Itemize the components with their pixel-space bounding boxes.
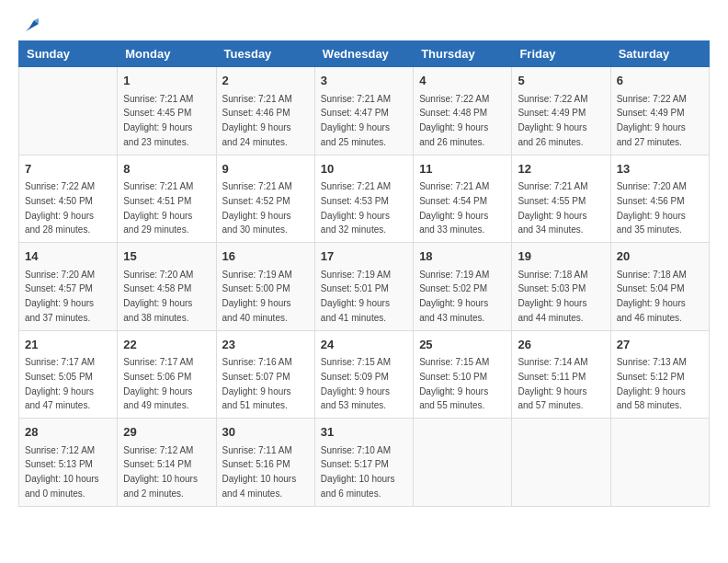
- day-info: Sunrise: 7:17 AM Sunset: 5:05 PM Dayligh…: [25, 357, 95, 410]
- day-number: 22: [123, 336, 210, 354]
- day-cell: 6Sunrise: 7:22 AM Sunset: 4:49 PM Daylig…: [610, 67, 709, 155]
- day-cell: 31Sunrise: 7:10 AM Sunset: 5:17 PM Dayli…: [314, 419, 413, 507]
- day-info: Sunrise: 7:21 AM Sunset: 4:47 PM Dayligh…: [321, 94, 391, 147]
- day-info: Sunrise: 7:18 AM Sunset: 5:04 PM Dayligh…: [617, 270, 687, 323]
- day-number: 26: [518, 336, 604, 354]
- day-cell: 2Sunrise: 7:21 AM Sunset: 4:46 PM Daylig…: [216, 67, 314, 155]
- day-cell: 3Sunrise: 7:21 AM Sunset: 4:47 PM Daylig…: [314, 67, 413, 155]
- day-cell: 19Sunrise: 7:18 AM Sunset: 5:03 PM Dayli…: [512, 243, 610, 331]
- day-number: 27: [617, 336, 703, 354]
- day-number: 13: [617, 160, 703, 178]
- day-cell: 27Sunrise: 7:13 AM Sunset: 5:12 PM Dayli…: [610, 330, 709, 419]
- header-cell-wednesday: Wednesday: [314, 41, 413, 67]
- header-cell-saturday: Saturday: [610, 41, 709, 67]
- logo-icon: [22, 15, 42, 35]
- day-info: Sunrise: 7:15 AM Sunset: 5:09 PM Dayligh…: [321, 357, 391, 410]
- day-info: Sunrise: 7:17 AM Sunset: 5:06 PM Dayligh…: [123, 357, 193, 410]
- week-row-4: 21Sunrise: 7:17 AM Sunset: 5:05 PM Dayli…: [19, 330, 710, 419]
- day-cell: 23Sunrise: 7:16 AM Sunset: 5:07 PM Dayli…: [216, 330, 314, 419]
- day-number: 9: [222, 160, 309, 178]
- day-cell: 5Sunrise: 7:22 AM Sunset: 4:49 PM Daylig…: [512, 67, 610, 155]
- header-row: SundayMondayTuesdayWednesdayThursdayFrid…: [19, 41, 710, 67]
- day-cell: 16Sunrise: 7:19 AM Sunset: 5:00 PM Dayli…: [216, 243, 314, 331]
- day-cell: 17Sunrise: 7:19 AM Sunset: 5:01 PM Dayli…: [314, 243, 413, 331]
- day-number: 21: [25, 336, 111, 354]
- day-number: 4: [419, 72, 506, 90]
- day-cell: 14Sunrise: 7:20 AM Sunset: 4:57 PM Dayli…: [19, 243, 118, 331]
- day-cell: 7Sunrise: 7:22 AM Sunset: 4:50 PM Daylig…: [19, 155, 118, 243]
- day-number: 3: [321, 72, 407, 90]
- day-number: 14: [25, 247, 111, 266]
- day-info: Sunrise: 7:22 AM Sunset: 4:48 PM Dayligh…: [419, 94, 489, 147]
- header-cell-tuesday: Tuesday: [216, 41, 314, 67]
- day-number: 28: [25, 423, 111, 442]
- day-info: Sunrise: 7:22 AM Sunset: 4:50 PM Dayligh…: [25, 181, 95, 235]
- day-info: Sunrise: 7:22 AM Sunset: 4:49 PM Dayligh…: [617, 94, 687, 147]
- day-number: 18: [419, 247, 506, 266]
- day-number: 7: [25, 160, 111, 178]
- header-cell-friday: Friday: [512, 41, 610, 67]
- day-cell: 29Sunrise: 7:12 AM Sunset: 5:14 PM Dayli…: [118, 419, 216, 507]
- page-header: [18, 18, 710, 31]
- day-number: 1: [123, 72, 210, 90]
- day-number: 19: [518, 247, 604, 266]
- day-cell: 25Sunrise: 7:15 AM Sunset: 5:10 PM Dayli…: [414, 330, 512, 419]
- day-cell: [19, 67, 118, 155]
- day-info: Sunrise: 7:19 AM Sunset: 5:02 PM Dayligh…: [419, 270, 489, 323]
- day-info: Sunrise: 7:10 AM Sunset: 5:17 PM Dayligh…: [321, 445, 395, 499]
- day-info: Sunrise: 7:19 AM Sunset: 5:00 PM Dayligh…: [222, 270, 292, 323]
- day-cell: 9Sunrise: 7:21 AM Sunset: 4:52 PM Daylig…: [216, 155, 314, 243]
- day-info: Sunrise: 7:22 AM Sunset: 4:49 PM Dayligh…: [518, 94, 587, 147]
- day-cell: 24Sunrise: 7:15 AM Sunset: 5:09 PM Dayli…: [314, 330, 413, 419]
- week-row-3: 14Sunrise: 7:20 AM Sunset: 4:57 PM Dayli…: [19, 243, 710, 331]
- day-cell: 26Sunrise: 7:14 AM Sunset: 5:11 PM Dayli…: [512, 330, 610, 419]
- day-info: Sunrise: 7:14 AM Sunset: 5:11 PM Dayligh…: [518, 357, 587, 410]
- day-cell: 1Sunrise: 7:21 AM Sunset: 4:45 PM Daylig…: [118, 67, 216, 155]
- day-number: 5: [518, 72, 604, 90]
- day-info: Sunrise: 7:21 AM Sunset: 4:46 PM Dayligh…: [222, 94, 292, 147]
- day-info: Sunrise: 7:15 AM Sunset: 5:10 PM Dayligh…: [419, 357, 489, 410]
- day-number: 29: [123, 423, 210, 442]
- day-info: Sunrise: 7:12 AM Sunset: 5:13 PM Dayligh…: [25, 445, 99, 499]
- day-info: Sunrise: 7:21 AM Sunset: 4:53 PM Dayligh…: [321, 181, 391, 235]
- day-number: 20: [617, 247, 703, 266]
- day-info: Sunrise: 7:19 AM Sunset: 5:01 PM Dayligh…: [321, 270, 391, 323]
- day-info: Sunrise: 7:11 AM Sunset: 5:16 PM Dayligh…: [222, 445, 297, 499]
- day-info: Sunrise: 7:20 AM Sunset: 4:57 PM Dayligh…: [25, 270, 95, 323]
- day-number: 25: [419, 336, 506, 354]
- day-number: 6: [617, 72, 703, 90]
- day-number: 12: [518, 160, 604, 178]
- day-number: 8: [123, 160, 210, 178]
- day-cell: 18Sunrise: 7:19 AM Sunset: 5:02 PM Dayli…: [414, 243, 512, 331]
- header-cell-sunday: Sunday: [19, 41, 118, 67]
- day-cell: 11Sunrise: 7:21 AM Sunset: 4:54 PM Dayli…: [414, 155, 512, 243]
- day-info: Sunrise: 7:13 AM Sunset: 5:12 PM Dayligh…: [617, 357, 687, 410]
- day-info: Sunrise: 7:21 AM Sunset: 4:45 PM Dayligh…: [123, 94, 193, 147]
- day-info: Sunrise: 7:21 AM Sunset: 4:52 PM Dayligh…: [222, 181, 292, 235]
- day-cell: 22Sunrise: 7:17 AM Sunset: 5:06 PM Dayli…: [118, 330, 216, 419]
- day-number: 16: [222, 247, 309, 266]
- day-cell: 20Sunrise: 7:18 AM Sunset: 5:04 PM Dayli…: [610, 243, 709, 331]
- day-cell: [610, 419, 709, 507]
- day-number: 10: [321, 160, 407, 178]
- day-cell: [512, 419, 610, 507]
- day-info: Sunrise: 7:21 AM Sunset: 4:55 PM Dayligh…: [518, 181, 587, 235]
- day-cell: 28Sunrise: 7:12 AM Sunset: 5:13 PM Dayli…: [19, 419, 118, 507]
- day-number: 17: [321, 247, 407, 266]
- calendar-table: SundayMondayTuesdayWednesdayThursdayFrid…: [18, 40, 710, 507]
- day-info: Sunrise: 7:21 AM Sunset: 4:51 PM Dayligh…: [123, 181, 193, 235]
- day-cell: 10Sunrise: 7:21 AM Sunset: 4:53 PM Dayli…: [314, 155, 413, 243]
- day-cell: 15Sunrise: 7:20 AM Sunset: 4:58 PM Dayli…: [118, 243, 216, 331]
- logo: [18, 18, 42, 31]
- week-row-1: 1Sunrise: 7:21 AM Sunset: 4:45 PM Daylig…: [19, 67, 710, 155]
- week-row-2: 7Sunrise: 7:22 AM Sunset: 4:50 PM Daylig…: [19, 155, 710, 243]
- day-cell: 21Sunrise: 7:17 AM Sunset: 5:05 PM Dayli…: [19, 330, 118, 419]
- day-info: Sunrise: 7:20 AM Sunset: 4:58 PM Dayligh…: [123, 270, 193, 323]
- day-number: 24: [321, 336, 407, 354]
- day-cell: 13Sunrise: 7:20 AM Sunset: 4:56 PM Dayli…: [610, 155, 709, 243]
- day-number: 11: [419, 160, 506, 178]
- day-number: 15: [123, 247, 210, 266]
- day-info: Sunrise: 7:12 AM Sunset: 5:14 PM Dayligh…: [123, 445, 198, 499]
- day-cell: [414, 419, 512, 507]
- day-number: 31: [321, 423, 407, 442]
